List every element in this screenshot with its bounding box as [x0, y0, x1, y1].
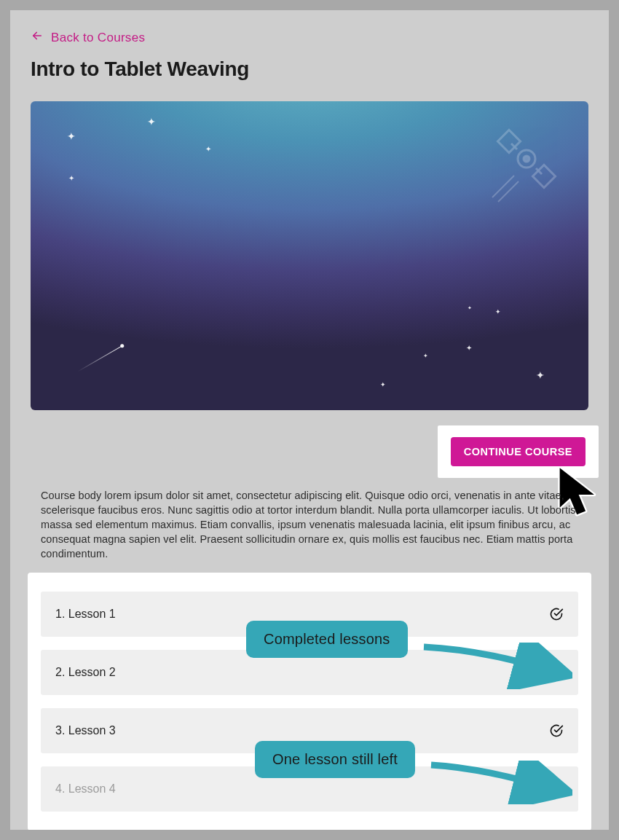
back-link-label: Back to Courses [51, 31, 145, 45]
svg-point-3 [524, 156, 529, 162]
course-description: Course body lorem ipsum dolor sit amet, … [41, 488, 578, 561]
lesson-label: 3. Lesson 3 [55, 724, 116, 737]
annotation-completed: Completed lessons [246, 621, 408, 658]
course-hero-image: ✦ ✦ ✦ ✦ ✦ ✦ ✦ ✦ ✦ ✦ [31, 101, 588, 410]
check-circle-icon [549, 607, 564, 621]
cta-container: CONTINUE COURSE [438, 425, 599, 478]
page-inner: Back to Courses Intro to Tablet Weaving … [10, 10, 609, 410]
annotation-arrow-icon [422, 643, 572, 689]
svg-line-6 [492, 176, 514, 197]
annotation-remaining: One lesson still left [255, 741, 415, 778]
back-to-courses-link[interactable]: Back to Courses [31, 29, 145, 46]
lesson-label: 1. Lesson 1 [55, 608, 116, 621]
svg-line-7 [498, 181, 519, 202]
continue-course-button[interactable]: CONTINUE COURSE [451, 437, 586, 466]
course-title: Intro to Tablet Weaving [31, 58, 588, 81]
course-page: Back to Courses Intro to Tablet Weaving … [10, 10, 609, 830]
lesson-label: 4. Lesson 4 [55, 782, 116, 796]
lesson-label: 2. Lesson 2 [55, 666, 116, 679]
arrow-left-icon [31, 29, 44, 46]
annotation-arrow-icon [430, 761, 572, 804]
check-circle-icon [549, 723, 564, 738]
satellite-icon [485, 117, 572, 208]
